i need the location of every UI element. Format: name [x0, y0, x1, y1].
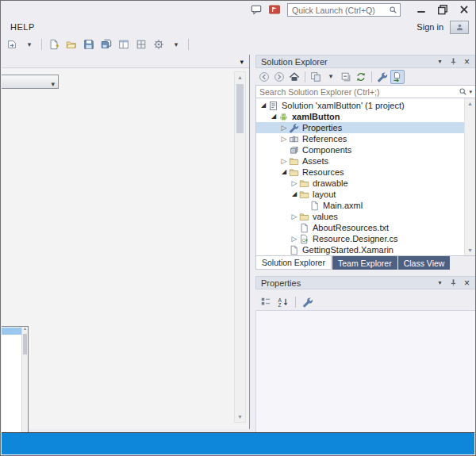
user-account-icon[interactable]	[450, 21, 469, 34]
tree-item-main-axml[interactable]: Main.axml	[256, 200, 464, 211]
collapse-all-icon[interactable]	[339, 70, 353, 84]
new-file-icon[interactable]	[46, 37, 62, 52]
search-icon[interactable]	[459, 87, 467, 96]
properties-panel: Properties ▾× AZ	[255, 276, 476, 433]
tree-collapsed-arrow-icon[interactable]: ▷	[279, 133, 289, 144]
tab-solution-explorer[interactable]: Solution Explorer	[255, 256, 332, 270]
tree-item-label: Main.axml	[321, 201, 363, 210]
categorized-icon[interactable]	[258, 295, 274, 309]
tree-item-aboutresources-txt[interactable]: AboutResources.txt	[256, 222, 464, 233]
tree-vertical-scrollbar[interactable]: ▲ ▼	[464, 98, 475, 255]
chevron-down-icon[interactable]: ▾	[324, 70, 338, 84]
restore-icon[interactable]	[436, 2, 450, 17]
tab-class-view[interactable]: Class View	[398, 256, 451, 270]
feedback-bubble-icon[interactable]	[248, 2, 264, 17]
back-circle-icon[interactable]	[257, 70, 271, 84]
properties-body	[255, 310, 476, 433]
tree-expanded-arrow-icon[interactable]: ◢	[269, 111, 278, 122]
tree-collapsed-arrow-icon[interactable]: ▷	[279, 122, 289, 133]
navigate-menu-icon[interactable]	[4, 37, 20, 52]
solution-explorer-search-input[interactable]: Search Solution Explorer (Ctrl+;) ▾	[255, 85, 476, 98]
tree-collapsed-arrow-icon[interactable]: ▷	[290, 233, 299, 244]
tree-item-xamlbutton[interactable]: ◢xamlButton	[256, 111, 464, 122]
listbox-scrollbar-thumb[interactable]	[23, 334, 27, 354]
gear-icon[interactable]	[151, 37, 167, 52]
pin-icon[interactable]	[447, 56, 459, 67]
quick-launch-input[interactable]: Quick Launch (Ctrl+Q)	[287, 3, 401, 17]
pin-icon[interactable]	[447, 278, 459, 289]
tree-item-layout[interactable]: ◢layout	[256, 189, 464, 200]
save-all-icon[interactable]	[98, 37, 114, 52]
tree-item-resource-designer-cs[interactable]: ▷C#Resource.Designer.cs	[256, 233, 464, 244]
notification-flag-icon[interactable]	[267, 2, 282, 17]
tree-item-label: layout	[311, 190, 336, 199]
tree-item-label: GettingStarted.Xamarin	[301, 245, 393, 255]
tree-expanded-arrow-icon[interactable]: ◢	[290, 189, 299, 200]
open-folder-icon[interactable]	[63, 37, 79, 52]
alphabetical-icon[interactable]: AZ	[275, 295, 291, 309]
chevron-down-icon[interactable]: ▾	[21, 37, 37, 52]
search-options-chevron-icon[interactable]: ▾	[467, 89, 472, 94]
folder-icon	[299, 212, 311, 222]
scrollbar-thumb[interactable]	[236, 84, 244, 133]
quick-launch-placeholder: Quick Launch (Ctrl+Q)	[288, 6, 389, 15]
properties-wrench-icon[interactable]	[375, 70, 390, 84]
switch-views-icon[interactable]	[309, 70, 323, 84]
tree-item-label: Components	[301, 145, 351, 155]
toolbox-listbox[interactable]: ▲	[2, 326, 29, 437]
editor-vertical-scrollbar[interactable]: ▲ ▼	[234, 71, 246, 423]
tree-item-label: xamlButton	[290, 112, 340, 121]
tree-item-properties[interactable]: ▷Properties	[256, 122, 464, 133]
listbox-scrollbar[interactable]: ▲	[21, 327, 28, 436]
close-x-icon[interactable]	[457, 2, 471, 17]
close-icon[interactable]: ×	[461, 56, 473, 67]
tree-collapsed-arrow-icon[interactable]: ▷	[279, 155, 289, 167]
tree-item-drawable[interactable]: ▷drawable	[256, 178, 464, 189]
properties-wrench-icon[interactable]	[300, 295, 316, 309]
tree-collapsed-arrow-icon[interactable]: ▷	[290, 211, 299, 222]
tree-item-gettingstarted-xamarin[interactable]: GettingStarted.Xamarin	[256, 244, 464, 255]
sync-active-document-icon[interactable]	[390, 70, 405, 84]
document-list-chevron-icon[interactable]: ▾	[240, 56, 244, 66]
sign-in[interactable]: Sign in	[416, 18, 469, 36]
home-icon[interactable]	[287, 70, 301, 84]
tree-item-assets[interactable]: ▷Assets	[256, 155, 464, 167]
minimize-icon[interactable]	[414, 2, 428, 17]
refresh-icon[interactable]	[354, 70, 368, 84]
scroll-up-icon[interactable]: ▲	[465, 98, 475, 109]
tree-expanded-arrow-icon[interactable]: ◢	[279, 167, 289, 178]
tree-collapsed-arrow-icon[interactable]: ▷	[290, 178, 299, 189]
save-icon[interactable]	[81, 37, 97, 52]
tree-item-label: Assets	[301, 156, 328, 166]
tree-item-components[interactable]: Components	[256, 144, 464, 155]
window-layout-icon[interactable]	[116, 37, 132, 52]
se-toolbar: ▾	[255, 68, 476, 85]
editor-pane: ▾ ▾ ▲ ▼ ▲	[2, 55, 250, 429]
tab-team-explorer[interactable]: Team Explorer	[332, 256, 397, 270]
combobox-chevron-icon[interactable]: ▾	[51, 79, 55, 88]
scroll-down-icon[interactable]: ▼	[465, 245, 475, 255]
properties-header[interactable]: Properties ▾×	[255, 276, 476, 289]
menu-item-help[interactable]: HELP	[10, 18, 35, 36]
designer-surface: ▾ ▲ ▼ ▲	[2, 67, 249, 429]
tree-expanded-arrow-icon[interactable]: ◢	[259, 100, 268, 111]
close-icon[interactable]: ×	[461, 278, 473, 289]
tree-item-references[interactable]: ▷References	[256, 133, 464, 144]
chevron-down-icon[interactable]: ▾	[434, 56, 446, 67]
grid-icon[interactable]	[133, 37, 149, 52]
solution-explorer-header[interactable]: Solution Explorer ▾×	[255, 55, 476, 68]
tree-item-values[interactable]: ▷values	[256, 211, 464, 222]
chevron-down-icon[interactable]: ▾	[168, 37, 184, 52]
scroll-up-icon[interactable]: ▲	[235, 72, 245, 82]
folder-icon	[289, 156, 301, 167]
chevron-down-icon[interactable]: ▾	[434, 278, 446, 289]
listbox-selected-item[interactable]	[2, 328, 21, 335]
window-controls	[414, 2, 471, 17]
scroll-down-icon[interactable]: ▼	[235, 412, 245, 422]
designer-combobox[interactable]: ▾	[2, 75, 59, 89]
tree-item-resources[interactable]: ◢Resources	[256, 167, 464, 178]
sign-in-label[interactable]: Sign in	[416, 22, 443, 32]
tree-item-solution-xamlbutton-1-project[interactable]: ◢Solution 'xamlButton' (1 project)	[256, 100, 464, 111]
forward-circle-icon[interactable]	[272, 70, 286, 84]
listbox-scroll-up-icon[interactable]: ▲	[22, 327, 28, 331]
